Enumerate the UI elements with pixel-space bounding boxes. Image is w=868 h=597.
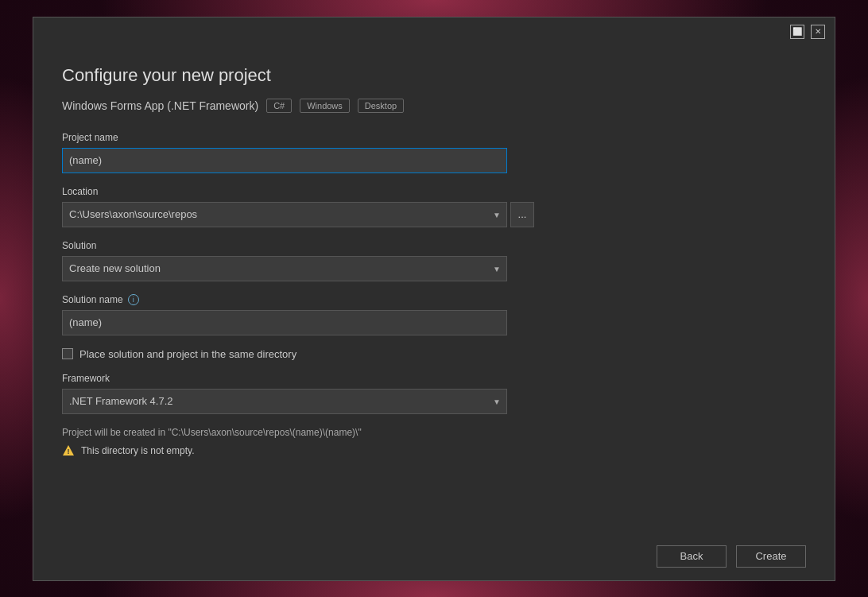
browse-button[interactable]: ...: [510, 202, 534, 227]
badge-windows: Windows: [300, 99, 350, 113]
dialog-footer: Back Create: [33, 533, 835, 580]
framework-label: Framework: [62, 373, 806, 384]
warning-text: This directory is not empty.: [81, 445, 195, 456]
solution-select-wrapper: Create new solution ▼: [62, 256, 507, 281]
solution-select[interactable]: Create new solution: [62, 256, 507, 281]
project-path-info: Project will be created in "C:\Users\axo…: [62, 427, 806, 438]
close-button[interactable]: ✕: [811, 25, 825, 39]
project-type-row: Windows Forms App (.NET Framework) C# Wi…: [62, 99, 806, 113]
title-bar: ⬜ ✕: [33, 17, 835, 46]
badge-desktop: Desktop: [358, 99, 404, 113]
same-directory-label: Place solution and project in the same d…: [79, 348, 296, 360]
title-bar-controls: ⬜ ✕: [790, 25, 825, 39]
solution-name-label: Solution name i: [62, 294, 806, 305]
maximize-button[interactable]: ⬜: [790, 25, 804, 39]
location-row: C:\Users\axon\source\repos ▼ ...: [62, 202, 806, 227]
location-select[interactable]: C:\Users\axon\source\repos: [62, 202, 507, 227]
dialog-title: Configure your new project: [62, 65, 806, 86]
project-name-input[interactable]: [62, 148, 507, 173]
solution-name-input[interactable]: [62, 310, 507, 335]
back-button[interactable]: Back: [657, 545, 727, 568]
framework-select[interactable]: .NET Framework 4.7.2: [62, 389, 507, 414]
configure-dialog: ⬜ ✕ Configure your new project Windows F…: [33, 17, 835, 581]
warning-row: ! This directory is not empty.: [62, 444, 806, 457]
location-group: Location C:\Users\axon\source\repos ▼ ..…: [62, 186, 806, 227]
dialog-content: Configure your new project Windows Forms…: [33, 46, 835, 533]
project-name-label: Project name: [62, 132, 806, 143]
project-name-group: Project name: [62, 132, 806, 173]
solution-name-info-icon: i: [128, 294, 139, 305]
project-type-name: Windows Forms App (.NET Framework): [62, 99, 258, 112]
same-directory-checkbox-row: Place solution and project in the same d…: [62, 348, 806, 360]
create-button[interactable]: Create: [736, 545, 806, 568]
svg-text:!: !: [68, 448, 70, 456]
solution-group: Solution Create new solution ▼: [62, 240, 806, 281]
solution-label: Solution: [62, 240, 806, 251]
location-label: Location: [62, 186, 806, 197]
solution-name-group: Solution name i: [62, 294, 806, 335]
framework-group: Framework .NET Framework 4.7.2 ▼: [62, 373, 806, 414]
badge-csharp: C#: [266, 99, 292, 113]
framework-select-wrapper: .NET Framework 4.7.2 ▼: [62, 389, 507, 414]
same-directory-checkbox[interactable]: [62, 348, 73, 359]
warning-icon: !: [62, 444, 75, 457]
location-select-wrapper: C:\Users\axon\source\repos ▼: [62, 202, 507, 227]
